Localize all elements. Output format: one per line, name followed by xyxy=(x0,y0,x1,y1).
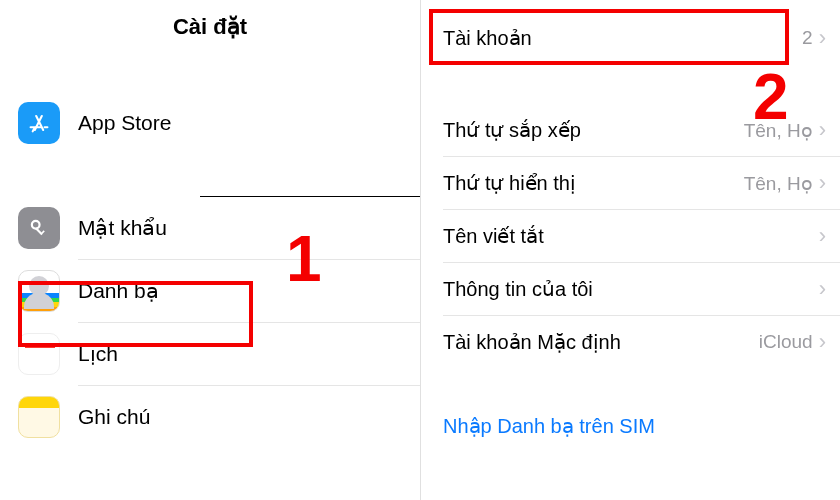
row-label: Lịch xyxy=(78,342,118,366)
row-short-name[interactable]: Tên viết tắt › xyxy=(421,210,840,262)
row-notes[interactable]: Ghi chú xyxy=(0,386,420,448)
svg-line-4 xyxy=(33,129,34,132)
contacts-icon xyxy=(18,270,60,312)
row-my-info[interactable]: Thông tin của tôi › xyxy=(421,263,840,315)
chevron-right-icon: › xyxy=(819,172,826,194)
chevron-right-icon: › xyxy=(819,331,826,353)
row-display-order[interactable]: Thứ tự hiển thị Tên, Họ › xyxy=(421,157,840,209)
row-label: Nhập Danh bạ trên SIM xyxy=(443,414,655,438)
row-value: iCloud xyxy=(759,331,813,353)
row-calendar[interactable]: Lịch xyxy=(0,323,420,385)
page-title: Cài đặt xyxy=(0,14,420,40)
row-import-sim[interactable]: Nhập Danh bạ trên SIM xyxy=(421,400,840,452)
chevron-right-icon: › xyxy=(819,119,826,141)
row-value: 2 xyxy=(802,27,813,49)
row-label: Thứ tự hiển thị xyxy=(443,171,576,195)
row-label: Tài khoản xyxy=(443,26,532,50)
key-icon xyxy=(18,207,60,249)
contacts-settings-panel: Tài khoản 2 › Thứ tự sắp xếp Tên, Họ › T… xyxy=(420,0,840,500)
row-label: Ghi chú xyxy=(78,405,150,429)
chevron-right-icon: › xyxy=(819,278,826,300)
row-label: Tài khoản Mặc định xyxy=(443,330,621,354)
app-store-icon xyxy=(18,102,60,144)
chevron-right-icon: › xyxy=(819,27,826,49)
row-label: Danh bạ xyxy=(78,279,159,303)
row-accounts[interactable]: Tài khoản 2 › xyxy=(421,12,840,64)
calendar-icon xyxy=(18,333,60,375)
chevron-right-icon: › xyxy=(819,225,826,247)
svg-rect-6 xyxy=(35,227,43,235)
row-label: Mật khẩu xyxy=(78,216,167,240)
row-label: Tên viết tắt xyxy=(443,224,544,248)
row-app-store[interactable]: App Store xyxy=(0,92,420,154)
row-passwords[interactable]: Mật khẩu xyxy=(0,197,420,259)
row-label: Thông tin của tôi xyxy=(443,277,593,301)
settings-header: Cài đặt xyxy=(0,0,420,62)
row-label: App Store xyxy=(78,111,171,135)
row-value: Tên, Họ xyxy=(744,172,813,195)
row-contacts[interactable]: Danh bạ xyxy=(0,260,420,322)
row-sort-order[interactable]: Thứ tự sắp xếp Tên, Họ › xyxy=(421,104,840,156)
row-value: Tên, Họ xyxy=(744,119,813,142)
notes-icon xyxy=(18,396,60,438)
svg-point-5 xyxy=(32,221,40,229)
settings-main-panel: Cài đặt App Store Mật khẩu Danh bạ xyxy=(0,0,420,500)
row-default-account[interactable]: Tài khoản Mặc định iCloud › xyxy=(421,316,840,368)
row-label: Thứ tự sắp xếp xyxy=(443,118,581,142)
